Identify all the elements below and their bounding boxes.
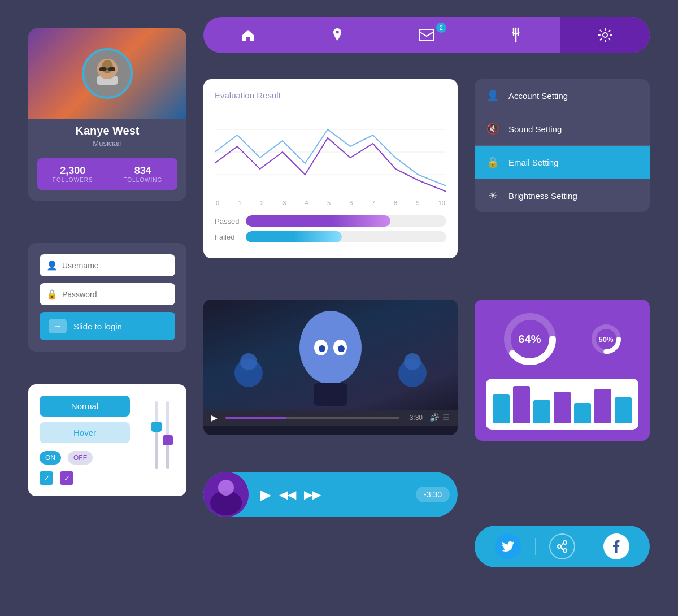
share-button[interactable] (549, 533, 575, 559)
svg-point-26 (338, 345, 345, 352)
donut-big: 64% (502, 311, 558, 367)
settings-menu: 👤 Account Setting 🔇 Sound Setting 🔒 Emai… (475, 79, 650, 212)
slide-login-label: Slide to login (73, 322, 122, 331)
profile-info: Kanye West Musician (28, 119, 186, 150)
ui-controls-card: Normal Hover ON OFF ✓ ✓ (28, 384, 186, 496)
bar-6 (594, 389, 611, 423)
svg-rect-27 (314, 383, 347, 406)
username-input[interactable] (62, 261, 168, 270)
setting-brightness[interactable]: ☀ Brightness Setting (475, 179, 650, 212)
social-divider-2 (589, 538, 589, 555)
setting-email[interactable]: 🔒 Email Setting (475, 146, 650, 179)
setting-sound-label: Sound Setting (508, 124, 562, 134)
evaluation-chart-card: Evaluation Result 0 1 2 3 4 5 6 7 8 9 10… (203, 79, 458, 258)
checkbox-purple[interactable]: ✓ (60, 471, 73, 485)
facebook-button[interactable] (603, 533, 629, 559)
svg-point-13 (603, 33, 607, 37)
password-row: 🔒 (40, 283, 175, 305)
svg-point-25 (319, 345, 325, 352)
social-bar (475, 526, 650, 567)
slider-2[interactable] (166, 401, 169, 469)
profile-background (28, 28, 186, 119)
chart-area (215, 107, 446, 197)
setting-sound[interactable]: 🔇 Sound Setting (475, 112, 650, 146)
login-form: 👤 🔒 → Slide to login (28, 243, 186, 352)
x-label-0: 0 (216, 199, 219, 206)
x-label-2: 2 (260, 199, 264, 206)
mail-badge: 2 (436, 23, 446, 33)
passed-bar-row: Passed (215, 215, 446, 227)
donut-small: 50% (589, 322, 623, 356)
music-time: -3:30 (416, 487, 450, 502)
bar-5 (574, 403, 591, 423)
bar-section: Passed Failed (215, 215, 446, 242)
video-menu-icon[interactable]: ☰ (442, 413, 450, 422)
svg-rect-6 (108, 67, 115, 71)
profile-card: Kanye West Musician 2,300 FOLLOWERS 834 … (28, 28, 186, 201)
video-controls: ▶ -3:30 🔊 ☰ (203, 410, 458, 426)
bar-7 (615, 397, 632, 423)
svg-line-39 (561, 548, 563, 550)
failed-label: Failed (215, 233, 246, 241)
x-label-3: 3 (282, 199, 286, 206)
email-icon: 🔒 (486, 156, 499, 168)
hover-button[interactable]: Hover (40, 422, 130, 443)
lock-icon: 🔒 (46, 289, 58, 300)
slider-1[interactable] (155, 401, 158, 469)
svg-point-35 (563, 541, 567, 544)
nav-home[interactable] (203, 17, 293, 53)
toggle-on[interactable]: ON (40, 451, 61, 465)
setting-account[interactable]: 👤 Account Setting (475, 79, 650, 112)
music-play-button[interactable]: ▶ (260, 486, 271, 504)
brightness-icon: ☀ (486, 189, 499, 202)
video-progress-bar[interactable] (225, 417, 399, 419)
svg-point-18 (240, 353, 257, 370)
following-label: FOLLOWING (123, 177, 162, 183)
music-next-button[interactable]: ▶▶ (304, 488, 321, 501)
avatar (82, 48, 133, 99)
setting-email-label: Email Setting (508, 158, 558, 167)
music-prev-button[interactable]: ◀◀ (279, 488, 296, 501)
nav-restaurant[interactable] (471, 17, 560, 53)
toggle-off[interactable]: OFF (68, 451, 93, 465)
failed-bar-track (246, 231, 446, 242)
svg-rect-8 (419, 29, 434, 41)
svg-point-30 (218, 480, 234, 496)
x-label-1: 1 (238, 199, 241, 206)
chart-x-labels: 0 1 2 3 4 5 6 7 8 9 10 (215, 199, 446, 206)
passed-bar-track (246, 215, 446, 227)
bar-3 (533, 400, 550, 423)
x-label-9: 9 (416, 199, 419, 206)
followers-count: 2,300 (53, 165, 93, 177)
password-input[interactable] (62, 290, 168, 299)
x-label-4: 4 (305, 199, 308, 206)
nav-mail[interactable]: 2 (382, 17, 471, 53)
checkbox-blue[interactable]: ✓ (40, 471, 53, 485)
video-display (203, 300, 458, 410)
twitter-button[interactable] (495, 533, 521, 559)
setting-brightness-label: Brightness Setting (508, 191, 577, 201)
nav-settings[interactable] (560, 17, 650, 53)
svg-point-20 (404, 353, 421, 370)
username-row: 👤 (40, 254, 175, 276)
sound-icon: 🔇 (486, 123, 499, 135)
volume-icon[interactable]: 🔊 (429, 413, 439, 422)
stats-card: 64% 50% (475, 300, 650, 441)
bar-1 (493, 394, 510, 423)
nav-location[interactable] (293, 17, 382, 53)
following-count: 834 (123, 165, 162, 177)
svg-point-36 (558, 545, 561, 548)
slide-login-button[interactable]: → Slide to login (40, 312, 175, 340)
video-play-button[interactable]: ▶ (211, 413, 218, 422)
normal-button[interactable]: Normal (40, 396, 130, 417)
bar-chart (486, 379, 638, 430)
account-icon: 👤 (486, 89, 499, 102)
bar-2 (513, 386, 530, 423)
followers-label: FOLLOWERS (53, 177, 93, 183)
x-label-7: 7 (372, 199, 375, 206)
svg-rect-5 (99, 67, 106, 71)
user-icon: 👤 (46, 260, 58, 271)
donut-row: 64% 50% (486, 311, 638, 367)
svg-point-37 (563, 549, 567, 552)
svg-line-38 (561, 543, 563, 546)
